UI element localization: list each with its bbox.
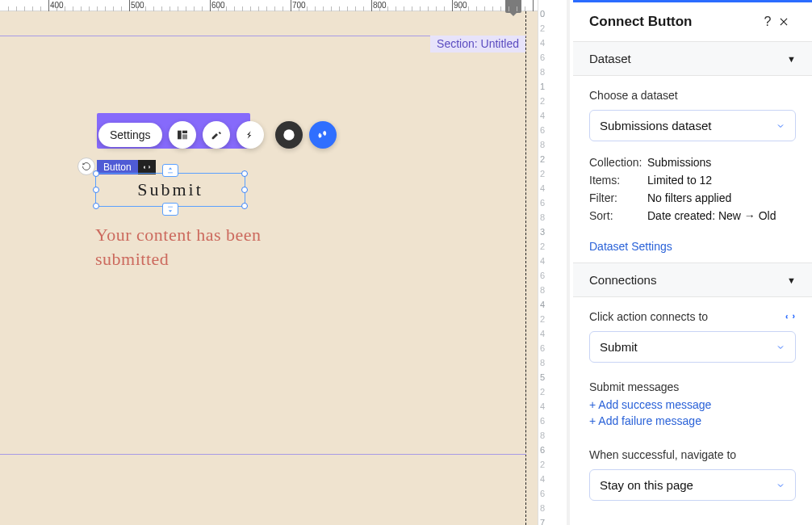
meta-key: Sort: xyxy=(589,209,647,222)
svg-rect-0 xyxy=(178,131,182,140)
animation-button[interactable] xyxy=(236,121,264,149)
ruler-major-tick: 2 xyxy=(540,155,545,164)
ruler-minor-tick: 2 xyxy=(540,460,545,469)
ruler-major-tick: 6 xyxy=(540,446,545,455)
meta-value: Submissions xyxy=(647,156,796,169)
ruler-minor-tick: 8 xyxy=(540,213,545,222)
click-action-select[interactable]: Submit xyxy=(589,331,796,363)
ruler-minor-tick: 4 xyxy=(540,257,545,266)
add-success-link[interactable]: Add success message xyxy=(589,398,711,411)
ruler-minor-tick: 4 xyxy=(540,184,545,193)
connections-body: Click action connects to Submit Submit m… xyxy=(573,297,812,510)
chevron-down-icon xyxy=(776,342,785,352)
ruler-vertical: 024681246822468324684246852468624687 xyxy=(538,0,573,525)
navigate-value: Stay on this page xyxy=(600,478,693,492)
connect-panel: Connect Button ? Dataset ▼ Choose a data… xyxy=(573,0,812,525)
settings-button[interactable]: Settings xyxy=(98,123,162,147)
navigate-select[interactable]: Stay on this page xyxy=(589,469,796,501)
ruler-minor-tick: 6 xyxy=(540,489,545,498)
ruler-major-tick: 5 xyxy=(540,373,545,382)
element-toolbar: Settings ? xyxy=(98,121,337,149)
ruler-minor-tick: 6 xyxy=(540,271,545,280)
resize-handle[interactable] xyxy=(93,187,99,193)
meta-key: Items: xyxy=(589,174,647,187)
click-action-value: Submit xyxy=(600,340,638,354)
ruler-major-tick: 3 xyxy=(540,228,545,237)
dataset-meta: Collection:Submissions Items:Limited to … xyxy=(589,156,796,222)
ruler-minor-tick: 4 xyxy=(540,475,545,484)
ruler-minor-tick: 4 xyxy=(540,330,545,338)
ruler-minor-tick: 8 xyxy=(540,504,545,513)
accordion-title: Connections xyxy=(589,273,787,287)
dataset-select-value: Submissions dataset xyxy=(600,119,711,132)
success-message-preview[interactable]: Your content has been submitted xyxy=(95,223,337,271)
resize-handle[interactable] xyxy=(93,203,99,209)
chevron-down-icon xyxy=(776,481,785,490)
meta-key: Filter: xyxy=(589,191,647,204)
click-action-label: Click action connects to xyxy=(589,310,708,323)
selected-button-element[interactable]: Submit xyxy=(95,173,245,207)
chevron-down-icon xyxy=(776,121,785,131)
accordion-title: Dataset xyxy=(589,52,787,65)
extend-down-handle[interactable] xyxy=(162,203,178,216)
ruler-minor-tick: 2 xyxy=(540,170,545,178)
ruler-minor-tick: 2 xyxy=(540,315,545,324)
ruler-minor-tick: 4 xyxy=(540,402,545,411)
choose-dataset-label: Choose a dataset xyxy=(589,89,796,102)
dataset-settings-link[interactable]: Dataset Settings xyxy=(589,240,672,253)
chevron-down-icon: ▼ xyxy=(787,275,796,285)
resize-handle[interactable] xyxy=(241,187,248,193)
svg-rect-1 xyxy=(182,131,187,133)
button-text: Submit xyxy=(137,179,203,200)
ruler-major-tick: 0 xyxy=(540,10,545,19)
meta-key: Collection: xyxy=(589,156,647,169)
meta-value: No filters applied xyxy=(647,191,796,204)
dataset-select[interactable]: Submissions dataset xyxy=(589,110,796,141)
ruler-minor-tick: 6 xyxy=(540,417,545,426)
ruler-minor-tick: 8 xyxy=(540,431,545,440)
resize-handle[interactable] xyxy=(241,170,248,177)
svg-rect-2 xyxy=(182,134,187,139)
ruler-minor-tick: 2 xyxy=(540,242,545,251)
design-button[interactable] xyxy=(203,121,230,149)
resize-handle[interactable] xyxy=(241,203,248,209)
ruler-minor-tick: 8 xyxy=(540,359,545,368)
ruler-minor-tick: 6 xyxy=(540,199,545,208)
ruler-minor-tick: 8 xyxy=(540,68,545,77)
add-failure-link[interactable]: Add failure message xyxy=(589,414,701,427)
section-bottom-line xyxy=(0,454,526,455)
navigate-label: When successful, navigate to xyxy=(589,448,796,461)
close-icon[interactable] xyxy=(778,16,799,27)
help-button[interactable]: ? xyxy=(275,121,303,149)
panel-header: Connect Button ? xyxy=(573,2,812,41)
ruler-horizontal: 400 500 600 700 800 900 xyxy=(0,0,538,11)
chevron-down-icon: ▼ xyxy=(787,54,796,64)
ruler-minor-tick: 6 xyxy=(540,126,545,135)
meta-value: Date created: New → Old xyxy=(647,209,796,222)
dataset-body: Choose a dataset Submissions dataset Col… xyxy=(573,76,812,262)
dataset-accordion[interactable]: Dataset ▼ xyxy=(573,41,812,76)
ruler-minor-tick: 4 xyxy=(540,111,545,120)
ruler-minor-tick: 6 xyxy=(540,344,545,353)
connect-icon xyxy=(785,311,796,322)
ruler-major-tick: 7 xyxy=(540,519,545,525)
extend-up-handle[interactable] xyxy=(162,164,178,177)
ruler-minor-tick: 2 xyxy=(540,24,545,33)
connect-data-button[interactable] xyxy=(309,121,337,149)
ruler-major-tick: 1 xyxy=(540,82,545,91)
meta-value: Limited to 12 xyxy=(647,174,796,187)
ruler-minor-tick: 4 xyxy=(540,39,545,48)
connections-accordion[interactable]: Connections ▼ xyxy=(573,262,812,297)
mini-scrollbar[interactable] xyxy=(567,0,570,525)
svg-text:?: ? xyxy=(287,131,291,139)
ruler-major-tick: 4 xyxy=(540,300,545,309)
resize-handle[interactable] xyxy=(93,170,99,177)
editor-canvas[interactable]: 400 500 600 700 800 900 Section: Untitle… xyxy=(0,0,538,525)
ruler-minor-tick: 8 xyxy=(540,141,545,149)
help-icon[interactable]: ? xyxy=(757,15,778,29)
ruler-minor-tick: 6 xyxy=(540,53,545,62)
layout-button[interactable] xyxy=(169,121,196,149)
section-label[interactable]: Section: Untitled xyxy=(430,36,525,52)
panel-title: Connect Button xyxy=(589,14,757,30)
ruler-minor-tick: 2 xyxy=(540,97,545,106)
